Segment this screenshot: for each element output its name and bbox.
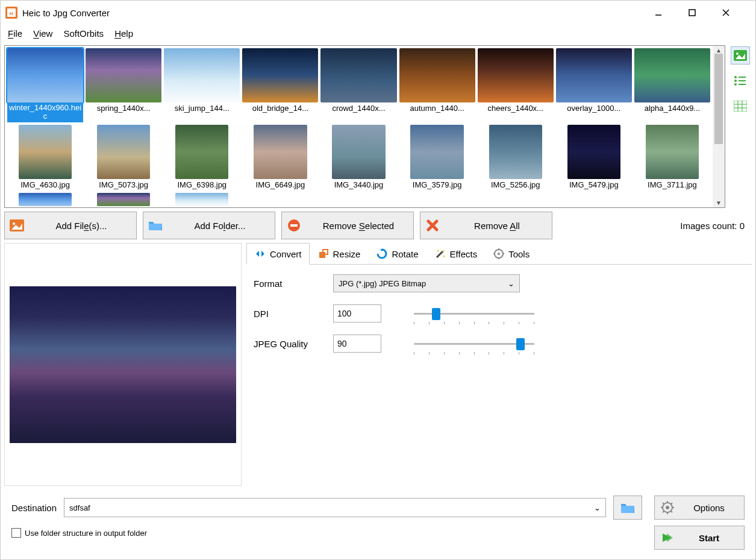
- thumbnail-image: [410, 125, 463, 179]
- svg-marker-52: [667, 533, 673, 542]
- dpi-slider[interactable]: [414, 306, 534, 321]
- folder-structure-checkbox[interactable]: [11, 528, 21, 538]
- thumbnail[interactable]: ski_jump_144...: [164, 48, 240, 122]
- convert-icon: [254, 248, 266, 260]
- tabs: Convert Resize Rotate Effects: [246, 243, 752, 265]
- thumbnail[interactable]: IMG_5479.jpg: [556, 125, 632, 190]
- dpi-slider-handle[interactable]: [432, 308, 440, 320]
- thumbnail[interactable]: winter_1440x960.heic: [7, 48, 83, 122]
- thumbnail-label: IMG_5256.jpg: [478, 179, 554, 190]
- options-button[interactable]: Options: [654, 496, 745, 520]
- browse-button[interactable]: [613, 496, 642, 520]
- quality-input[interactable]: [333, 335, 381, 353]
- quality-slider-handle[interactable]: [516, 338, 525, 350]
- quality-slider[interactable]: [414, 336, 534, 351]
- close-button[interactable]: [722, 8, 743, 17]
- bottom-panel: Destination sdfsaf ⌄ Use folder structur…: [4, 489, 752, 556]
- thumbnail-image: [97, 193, 150, 206]
- thumbnail[interactable]: IMG_3711.jpg: [634, 125, 710, 190]
- thumbnail[interactable]: old_bridge_14...: [242, 48, 318, 122]
- thumbnail-image: [634, 48, 710, 102]
- thumbnail-image: [19, 125, 72, 179]
- side-tool-column: [729, 45, 752, 208]
- minimize-button[interactable]: [654, 8, 676, 17]
- remove-all-label: Remove All: [447, 221, 547, 231]
- add-folder-label: Add Folder...: [170, 221, 270, 231]
- destination-row: Destination sdfsaf ⌄: [11, 496, 642, 520]
- thumbnail-label: ski_jump_144...: [164, 102, 240, 114]
- preview-panel: [4, 243, 242, 486]
- dpi-row: DPI: [254, 304, 745, 322]
- tab-rotate[interactable]: Rotate: [368, 243, 426, 264]
- images-count: Images count: 0: [680, 221, 745, 231]
- thumbnail[interactable]: IMG_4630.jpg: [7, 125, 83, 190]
- thumbnail[interactable]: spring_1440x...: [86, 48, 161, 122]
- tab-convert-label: Convert: [270, 249, 302, 259]
- thumbnail[interactable]: IMG_6398.jpg: [164, 125, 240, 190]
- start-button[interactable]: Start: [654, 526, 745, 550]
- svg-point-34: [443, 256, 445, 257]
- view-grid-button[interactable]: [731, 97, 750, 115]
- thumbnail[interactable]: autumn_1440...: [399, 48, 475, 122]
- svg-point-10: [734, 76, 737, 78]
- svg-point-33: [437, 250, 439, 252]
- scroll-up-icon[interactable]: ▲: [716, 47, 722, 54]
- thumbnail[interactable]: cheers_1440x...: [478, 48, 554, 122]
- menu-softorbits[interactable]: SoftOrbits: [63, 28, 104, 39]
- thumbnail[interactable]: [86, 193, 161, 206]
- thumbnail[interactable]: overlay_1000...: [556, 48, 632, 122]
- svg-rect-16: [734, 101, 747, 112]
- thumbnail[interactable]: IMG_5073.jpg: [86, 125, 161, 190]
- thumbnail-image: [175, 193, 228, 206]
- scroll-track[interactable]: [714, 54, 723, 200]
- gallery-grid: winter_1440x960.heicspring_1440x...ski_j…: [7, 48, 710, 206]
- svg-line-49: [670, 503, 672, 505]
- tools-icon: [493, 248, 505, 260]
- tab-resize[interactable]: Resize: [310, 243, 369, 264]
- thumbnail[interactable]: IMG_6649.jpg: [242, 125, 318, 190]
- window-title: Heic to Jpg Converter: [22, 8, 654, 18]
- right-buttons: Options Start: [654, 496, 745, 550]
- tab-content-convert: Format JPG (*.jpg) JPEG Bitmap ⌄ DPI: [246, 265, 752, 362]
- tab-resize-label: Resize: [333, 249, 361, 259]
- folder-icon: [148, 218, 163, 233]
- gallery-viewport: winter_1440x960.heicspring_1440x...ski_j…: [5, 46, 713, 207]
- thumbnail-image: [86, 48, 161, 102]
- thumbnail[interactable]: IMG_5256.jpg: [478, 125, 554, 190]
- tab-convert[interactable]: Convert: [246, 243, 310, 265]
- view-list-button[interactable]: [731, 72, 750, 90]
- thumbnail-image: [556, 48, 632, 102]
- scroll-thumb[interactable]: [714, 54, 723, 144]
- delete-icon: [425, 218, 440, 233]
- thumbnail[interactable]: alpha_1440x9...: [634, 48, 710, 122]
- thumbnail[interactable]: IMG_3440.jpg: [320, 125, 396, 190]
- title-bar: H Heic to Jpg Converter: [1, 1, 755, 25]
- scroll-down-icon[interactable]: ▼: [716, 200, 722, 206]
- remove-selected-button[interactable]: Remove Selected: [281, 212, 414, 239]
- menu-view[interactable]: View: [33, 28, 52, 39]
- remove-selected-label: Remove Selected: [308, 221, 408, 231]
- add-files-button[interactable]: Add File(s)...: [4, 212, 137, 239]
- maximize-button[interactable]: [688, 8, 710, 17]
- view-thumbnails-button[interactable]: [731, 46, 750, 64]
- folder-structure-label: Use folder structure in output folder: [25, 529, 147, 538]
- tab-effects[interactable]: Effects: [426, 243, 486, 264]
- destination-input[interactable]: sdfsaf ⌄: [64, 498, 606, 517]
- menu-file[interactable]: File: [8, 28, 22, 39]
- gallery-scrollbar[interactable]: ▲ ▼: [713, 46, 725, 207]
- svg-text:H: H: [10, 11, 13, 16]
- thumbnail-label: IMG_5073.jpg: [86, 179, 161, 190]
- tab-tools[interactable]: Tools: [485, 243, 537, 264]
- format-dropdown[interactable]: JPG (*.jpg) JPEG Bitmap ⌄: [333, 274, 520, 292]
- thumbnail[interactable]: [164, 193, 240, 206]
- thumbnail[interactable]: crowd_1440x...: [320, 48, 396, 122]
- menu-help[interactable]: Help: [114, 28, 133, 39]
- svg-point-14: [734, 83, 737, 86]
- add-folder-button[interactable]: Add Folder...: [143, 212, 275, 239]
- thumbnail[interactable]: IMG_3579.jpg: [399, 125, 475, 190]
- thumbnail[interactable]: [7, 193, 83, 206]
- main-area: winter_1440x960.heicspring_1440x...ski_j…: [1, 42, 755, 559]
- format-value: JPG (*.jpg) JPEG Bitmap: [339, 279, 426, 288]
- dpi-input[interactable]: [333, 304, 381, 322]
- remove-all-button[interactable]: Remove All: [420, 212, 552, 239]
